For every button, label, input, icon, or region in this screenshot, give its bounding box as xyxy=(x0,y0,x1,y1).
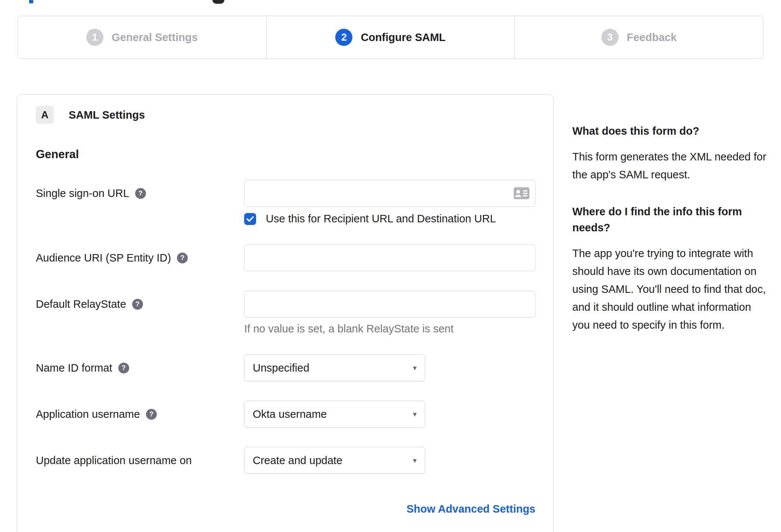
wizard-stepper: 1 General Settings 2 Configure SAML 3 Fe… xyxy=(18,16,763,59)
help-question-1-title: What does this form do? xyxy=(572,123,766,140)
cropped-title-fragment-blue xyxy=(29,0,33,3)
recipient-url-checkbox[interactable] xyxy=(244,213,256,225)
field-row-name-id-format: Name ID format ? Unspecified ▾ xyxy=(36,354,553,381)
step-label: Feedback xyxy=(627,31,677,44)
chevron-down-icon: ▾ xyxy=(413,456,417,465)
contact-card-autofill-icon[interactable] xyxy=(514,187,529,201)
general-group-title: General xyxy=(36,148,553,161)
step-number-badge: 3 xyxy=(601,29,619,46)
cropped-logo-fragment xyxy=(212,0,224,4)
sso-url-input[interactable] xyxy=(244,180,535,207)
audience-uri-label: Audience URI (SP Entity ID) xyxy=(36,252,171,264)
sso-url-label: Single sign-on URL xyxy=(36,187,129,200)
update-username-label: Update application username on xyxy=(36,454,192,467)
chevron-down-icon: ▾ xyxy=(413,410,417,419)
saml-form: Single sign-on URL ? xyxy=(36,180,553,515)
step-feedback[interactable]: 3 Feedback xyxy=(514,16,763,59)
recipient-url-checkbox-row: Use this for Recipient URL and Destinati… xyxy=(244,213,535,225)
step-label: General Settings xyxy=(112,31,197,44)
help-icon[interactable]: ? xyxy=(135,188,146,199)
section-header: A SAML Settings xyxy=(36,106,553,124)
chevron-down-icon: ▾ xyxy=(413,363,417,372)
saml-settings-panel: A SAML Settings General Single sign-on U… xyxy=(17,94,554,532)
section-title: SAML Settings xyxy=(69,109,145,121)
audience-uri-input[interactable] xyxy=(244,244,535,271)
app-username-select[interactable]: Okta username ▾ xyxy=(244,401,425,428)
help-question-1-body: This form generates the XML needed for t… xyxy=(572,148,766,184)
field-row-app-username: Application username ? Okta username ▾ xyxy=(36,401,553,428)
step-label: Configure SAML xyxy=(361,31,445,44)
help-sidebar: What does this form do? This form genera… xyxy=(572,123,766,354)
app-username-label: Application username xyxy=(36,408,140,420)
step-number-badge: 1 xyxy=(86,29,103,46)
step-configure-saml[interactable]: 2 Configure SAML xyxy=(266,16,515,59)
help-question-2-body: The app you're trying to integrate with … xyxy=(572,244,766,334)
relay-state-label: Default RelayState xyxy=(36,298,126,310)
step-general-settings[interactable]: 1 General Settings xyxy=(18,16,266,59)
step-number-badge: 2 xyxy=(335,29,352,46)
name-id-format-label: Name ID format xyxy=(36,362,112,374)
update-username-value: Create and update xyxy=(253,454,342,467)
relay-state-input[interactable] xyxy=(244,291,535,317)
field-row-relay-state: Default RelayState ? If no value is set,… xyxy=(36,291,553,335)
field-row-sso-url: Single sign-on URL ? xyxy=(36,180,553,225)
show-advanced-settings-link[interactable]: Show Advanced Settings xyxy=(407,503,535,515)
field-row-update-username: Update application username on Create an… xyxy=(36,447,553,474)
help-icon[interactable]: ? xyxy=(132,299,143,310)
relay-state-helper-text: If no value is set, a blank RelayState i… xyxy=(244,323,535,335)
app-username-value: Okta username xyxy=(253,408,327,420)
help-icon[interactable]: ? xyxy=(177,253,188,263)
recipient-url-checkbox-label: Use this for Recipient URL and Destinati… xyxy=(266,213,496,225)
help-question-2-title: Where do I find the info this form needs… xyxy=(572,204,766,236)
field-row-audience-uri: Audience URI (SP Entity ID) ? xyxy=(36,244,553,271)
name-id-format-select[interactable]: Unspecified ▾ xyxy=(244,354,425,381)
update-username-select[interactable]: Create and update ▾ xyxy=(244,447,425,474)
help-icon[interactable]: ? xyxy=(118,363,129,373)
help-icon[interactable]: ? xyxy=(146,409,157,420)
section-a-badge: A xyxy=(36,106,54,124)
advanced-settings-row: Show Advanced Settings xyxy=(36,503,535,515)
name-id-format-value: Unspecified xyxy=(253,362,309,374)
